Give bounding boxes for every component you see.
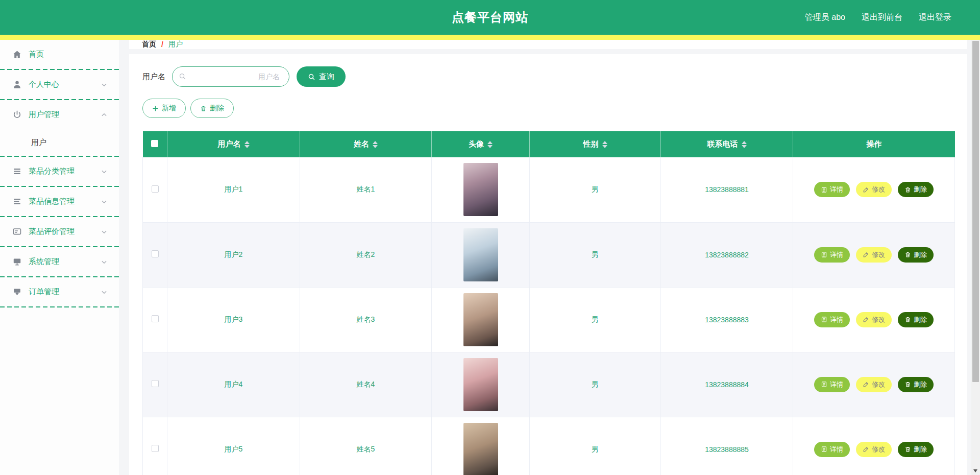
- printer-icon: [12, 287, 22, 297]
- row-delete-button[interactable]: 删除: [898, 442, 934, 457]
- breadcrumb-home[interactable]: 首页: [142, 40, 156, 49]
- edit-button-label: 修改: [872, 315, 885, 324]
- col-avatar[interactable]: 头像: [432, 131, 530, 157]
- sort-icon[interactable]: [373, 141, 378, 148]
- admin-user-link[interactable]: 管理员 abo: [805, 12, 845, 23]
- sidebar-item-label: 菜品评价管理: [29, 227, 75, 236]
- trash-icon: [904, 381, 911, 388]
- document-icon: [821, 316, 827, 323]
- sort-icon[interactable]: [742, 141, 747, 148]
- row-select-cell: [143, 287, 167, 352]
- delete-button[interactable]: 删除: [190, 99, 234, 118]
- scrollbar[interactable]: [971, 40, 980, 475]
- table-row: 用户5 姓名5 男 13823888885 详情 修改 删除: [143, 417, 955, 475]
- actions-cell: 详情 修改 删除: [793, 157, 955, 222]
- username-cell: 用户1: [167, 157, 300, 222]
- row-delete-button[interactable]: 删除: [898, 182, 934, 197]
- header-nav: 管理员 abo 退出到前台 退出登录: [805, 12, 980, 23]
- edit-button[interactable]: 修改: [856, 182, 892, 197]
- delete-button-label: 删除: [210, 104, 224, 113]
- detail-button[interactable]: 详情: [814, 247, 850, 263]
- pencil-icon: [863, 186, 869, 193]
- username-cell: 用户5: [167, 417, 300, 475]
- query-button-label: 查询: [319, 72, 334, 82]
- trash-icon: [200, 105, 207, 112]
- scrollbar-thumb[interactable]: [972, 41, 979, 382]
- sidebar-item-dish-info[interactable]: 菜品信息管理: [0, 187, 119, 216]
- scrollbar-down-arrow[interactable]: [973, 469, 977, 472]
- sort-icon[interactable]: [602, 141, 607, 148]
- detail-button[interactable]: 详情: [814, 377, 850, 392]
- document-icon: [821, 446, 827, 453]
- edit-button[interactable]: 修改: [856, 377, 892, 392]
- monitor-icon: [12, 257, 22, 267]
- sidebar-item-label: 用户管理: [29, 110, 59, 120]
- plus-icon: [152, 105, 159, 112]
- avatar: [463, 163, 498, 216]
- sidebar-item-home[interactable]: 首页: [0, 40, 119, 69]
- avatar: [463, 228, 498, 281]
- col-actions: 操作: [793, 131, 955, 157]
- phone-cell: 13823888885: [661, 417, 793, 475]
- sidebar-item-user-management[interactable]: 用户管理: [0, 100, 119, 129]
- sidebar-item-dish-category[interactable]: 菜品分类管理: [0, 157, 119, 186]
- sidebar-item-dish-review[interactable]: 菜品评价管理: [0, 217, 119, 246]
- search-input[interactable]: [172, 66, 289, 87]
- row-checkbox[interactable]: [152, 445, 159, 452]
- search-icon: [179, 73, 186, 80]
- col-label: 性别: [583, 139, 599, 148]
- edit-button[interactable]: 修改: [856, 247, 892, 263]
- detail-button[interactable]: 详情: [814, 312, 850, 327]
- name-cell: 姓名2: [300, 222, 432, 287]
- row-checkbox[interactable]: [152, 185, 159, 193]
- delete-button-label: 删除: [914, 445, 927, 454]
- sidebar-item-label: 菜品分类管理: [29, 167, 75, 176]
- row-checkbox[interactable]: [152, 315, 159, 322]
- select-all-header[interactable]: [143, 131, 167, 157]
- actions-cell: 详情 修改 删除: [793, 417, 955, 475]
- edit-button[interactable]: 修改: [856, 312, 892, 327]
- header-accent-bar: [0, 35, 980, 40]
- add-button[interactable]: 新增: [142, 99, 186, 118]
- row-delete-button[interactable]: 删除: [898, 377, 934, 392]
- exit-to-front-link[interactable]: 退出到前台: [862, 12, 902, 23]
- col-name[interactable]: 姓名: [300, 131, 432, 157]
- sidebar-item-system-management[interactable]: 系统管理: [0, 247, 119, 276]
- detail-button[interactable]: 详情: [814, 442, 850, 457]
- col-username[interactable]: 用户名: [167, 131, 300, 157]
- col-label: 操作: [866, 139, 881, 148]
- detail-button-label: 详情: [830, 250, 843, 259]
- search-label: 用户名: [142, 72, 165, 82]
- col-gender[interactable]: 性别: [530, 131, 661, 157]
- sidebar-item-personal-center[interactable]: 个人中心: [0, 70, 119, 99]
- search-icon: [308, 73, 315, 81]
- logout-link[interactable]: 退出登录: [919, 12, 951, 23]
- detail-button[interactable]: 详情: [814, 182, 850, 197]
- sort-icon[interactable]: [487, 141, 493, 148]
- pencil-icon: [863, 316, 869, 323]
- sidebar-subitem-user[interactable]: 用户: [0, 129, 119, 156]
- phone-cell: 13823888881: [661, 157, 793, 222]
- edit-button-label: 修改: [872, 380, 885, 389]
- power-icon: [12, 110, 22, 120]
- sidebar-item-order-management[interactable]: 订单管理: [0, 277, 119, 306]
- sort-icon[interactable]: [244, 141, 250, 148]
- edit-button[interactable]: 修改: [856, 442, 892, 457]
- row-delete-button[interactable]: 删除: [898, 247, 934, 263]
- query-button[interactable]: 查询: [297, 66, 346, 87]
- delete-button-label: 删除: [914, 185, 927, 194]
- col-phone[interactable]: 联系电话: [661, 131, 793, 157]
- list-icon: [12, 167, 22, 176]
- breadcrumb: 首页 / 用户: [129, 40, 967, 49]
- select-all-checkbox[interactable]: [151, 140, 158, 147]
- table-row: 用户4 姓名4 男 13823888884 详情 修改 删除: [143, 352, 955, 417]
- edit-button-label: 修改: [872, 250, 885, 259]
- delete-button-label: 删除: [914, 315, 927, 324]
- row-checkbox[interactable]: [152, 380, 159, 387]
- row-delete-button[interactable]: 删除: [898, 312, 934, 327]
- detail-button-label: 详情: [830, 380, 843, 389]
- chevron-down-icon: [101, 258, 108, 266]
- home-icon: [12, 50, 22, 59]
- phone-cell: 13823888882: [661, 222, 793, 287]
- row-checkbox[interactable]: [152, 250, 159, 257]
